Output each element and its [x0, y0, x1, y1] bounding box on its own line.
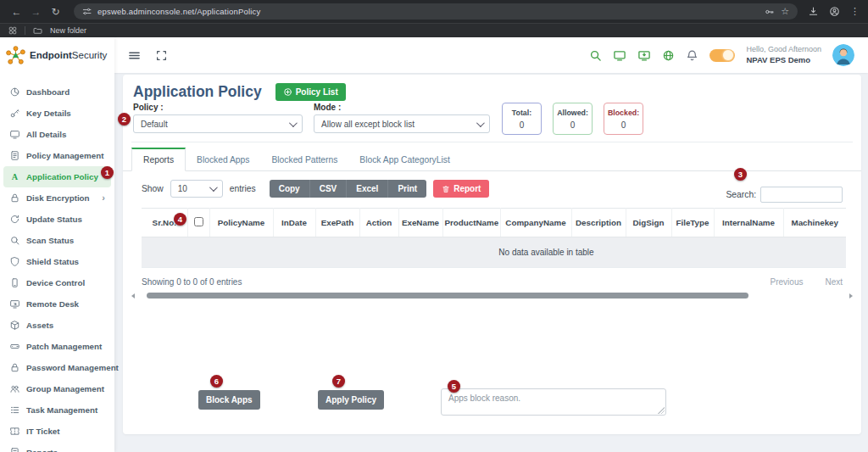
- apps-grid-icon[interactable]: [8, 26, 17, 35]
- web-protection-icon[interactable]: [662, 49, 675, 62]
- sidebar-item-patch-management[interactable]: Patch Management: [3, 336, 111, 357]
- report-button[interactable]: Report: [433, 180, 489, 198]
- sidebar-item-task-management[interactable]: Task Management: [3, 399, 111, 421]
- sidebar-item-key-details[interactable]: Key Details: [3, 103, 111, 124]
- sidebar-item-label: Shield Status: [26, 257, 79, 266]
- tab-blocked-apps[interactable]: Blocked Apps: [186, 149, 260, 170]
- user-greeting: Hello, Good Afternoon NPAV EPS Demo: [746, 45, 821, 65]
- scrollbar-thumb[interactable]: [147, 293, 748, 299]
- search-icon[interactable]: [589, 49, 602, 62]
- column-header-policyname[interactable]: PolicyName: [209, 209, 273, 237]
- column-header-productname[interactable]: ProductName: [442, 209, 500, 237]
- divider: [131, 142, 853, 142]
- select-all-checkbox[interactable]: [194, 217, 203, 226]
- column-header-digsign[interactable]: DigSign: [626, 209, 671, 237]
- sidebar-item-assets[interactable]: Assets: [3, 315, 111, 336]
- sidebar-item-disk-encryption[interactable]: Disk Encryption›: [3, 187, 111, 209]
- stat-box-total: Total:0: [502, 103, 542, 135]
- browser-forward-icon[interactable]: →: [28, 6, 44, 18]
- entries-select[interactable]: 10: [170, 180, 223, 198]
- column-header-filetype[interactable]: FileType: [671, 209, 714, 237]
- url-text[interactable]: epsweb.adminconsole.net/ApplicationPolic…: [97, 7, 759, 16]
- search-input[interactable]: [760, 187, 843, 203]
- fullscreen-icon[interactable]: [156, 50, 167, 61]
- column-header-machinekey[interactable]: Machinekey: [783, 209, 846, 237]
- export-copy-button[interactable]: Copy: [270, 180, 310, 198]
- sidebar-item-scan-status[interactable]: Scan Status: [3, 230, 111, 251]
- block-reason-textarea[interactable]: [441, 388, 666, 416]
- bell-icon[interactable]: [686, 49, 698, 62]
- tab-blocked-patterns[interactable]: Blocked Patterns: [260, 149, 348, 170]
- tab-block-app-categorylist[interactable]: Block App CategoryList: [348, 149, 460, 170]
- site-settings-icon[interactable]: [82, 7, 92, 16]
- export-excel-button[interactable]: Excel: [347, 180, 388, 198]
- horizontal-scrollbar: [138, 293, 846, 299]
- browser-reload-icon[interactable]: ↻: [47, 6, 64, 18]
- sidebar-item-application-policy[interactable]: AApplication Policy: [3, 166, 111, 187]
- hamburger-menu-icon[interactable]: [128, 49, 141, 62]
- select-all-cell: [187, 209, 209, 237]
- brand-logo[interactable]: EndpointSecurity: [0, 37, 114, 73]
- password-key-icon[interactable]: [765, 7, 775, 17]
- address-bar[interactable]: epsweb.adminconsole.net/ApplicationPolic…: [74, 3, 798, 20]
- column-header-action[interactable]: Action: [359, 209, 398, 237]
- content-card: Application Policy Policy List Policy : …: [123, 75, 861, 434]
- bookmark-star-icon[interactable]: ☆: [781, 6, 789, 17]
- sidebar-item-shield-status[interactable]: Shield Status: [3, 251, 111, 272]
- previous-button[interactable]: Previous: [771, 277, 804, 287]
- policy-select[interactable]: Default: [133, 114, 303, 133]
- block-apps-button[interactable]: Block Apps: [198, 390, 260, 410]
- search-label: Search:: [726, 190, 757, 199]
- theme-toggle[interactable]: [709, 49, 735, 62]
- sidebar-item-all-details[interactable]: All Details: [3, 124, 111, 145]
- column-header-description[interactable]: Description: [571, 209, 626, 237]
- download-icon[interactable]: [808, 6, 819, 17]
- avatar[interactable]: [832, 44, 854, 66]
- sidebar-item-update-status[interactable]: Update Status: [3, 209, 111, 230]
- browser-menu-icon[interactable]: ⋮: [850, 6, 860, 17]
- scroll-right-arrow-icon[interactable]: [849, 293, 853, 299]
- column-header-internalname[interactable]: InternalName: [714, 209, 783, 237]
- sidebar-item-group-management[interactable]: Group Management: [3, 378, 111, 399]
- svg-text:A: A: [12, 172, 19, 181]
- sidebar-item-device-control[interactable]: Device Control: [3, 272, 111, 293]
- sidebar-item-remote-desk[interactable]: Remote Desk: [3, 293, 111, 315]
- tab-reports[interactable]: Reports: [131, 148, 186, 171]
- policy-field: Policy : Default: [133, 103, 303, 133]
- column-header-exename[interactable]: ExeName: [398, 209, 442, 237]
- brand-bold: Endpoint: [30, 50, 72, 60]
- profile-icon[interactable]: [829, 6, 840, 17]
- remote-screen-icon[interactable]: [637, 49, 651, 62]
- sidebar-item-it-ticket[interactable]: IT Ticket: [3, 421, 111, 442]
- pagination: Previous Next: [771, 277, 843, 287]
- sidebar-item-policy-management[interactable]: Policy Management: [3, 145, 111, 166]
- bookmark-item[interactable]: New folder: [50, 26, 86, 35]
- apply-policy-button[interactable]: Apply Policy: [318, 390, 384, 410]
- sidebar-item-reports[interactable]: Reports: [3, 442, 111, 452]
- folder-icon: [33, 26, 42, 36]
- app-topbar: Hello, Good Afternoon NPAV EPS Demo: [114, 37, 868, 73]
- sidebar: EndpointSecurity DashboardKey DetailsAll…: [0, 37, 114, 452]
- mode-select[interactable]: Allow all except block list: [314, 114, 490, 133]
- chevron-down-icon: [209, 183, 218, 192]
- export-print-button[interactable]: Print: [388, 180, 426, 198]
- report-label: Report: [453, 184, 481, 193]
- next-button[interactable]: Next: [825, 277, 843, 287]
- column-header-exepath[interactable]: ExePath: [315, 209, 359, 237]
- policy-list-button[interactable]: Policy List: [275, 83, 346, 101]
- column-header-companyname[interactable]: CompanyName: [500, 209, 571, 237]
- scroll-left-arrow-icon[interactable]: [131, 293, 135, 299]
- sidebar-item-password-management[interactable]: Password Management: [3, 357, 111, 378]
- stat-label: Blocked:: [608, 109, 639, 117]
- disk-lock-icon: [9, 193, 20, 204]
- sidebar-item-label: Key Details: [26, 109, 71, 118]
- sidebar-item-dashboard[interactable]: Dashboard: [3, 81, 111, 103]
- browser-toolbar: ← → ↻ epsweb.adminconsole.net/Applicatio…: [0, 0, 868, 23]
- logo-icon: [6, 46, 25, 65]
- monitor-icon[interactable]: [613, 49, 626, 62]
- mode-field: Mode : Allow all except block list: [314, 103, 490, 133]
- browser-back-icon[interactable]: ←: [8, 6, 25, 18]
- column-header-indate[interactable]: InDate: [273, 209, 315, 237]
- export-csv-button[interactable]: CSV: [310, 180, 348, 198]
- sidebar-item-label: Patch Management: [26, 342, 102, 351]
